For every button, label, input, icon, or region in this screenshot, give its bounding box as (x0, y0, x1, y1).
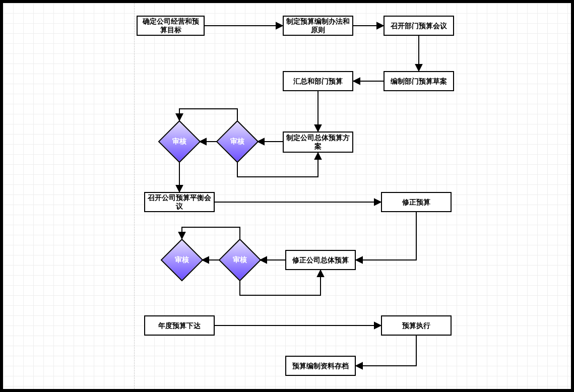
decision-label: 审核 (225, 245, 255, 275)
node-dept-meeting[interactable]: 召开部门预算会议 (384, 16, 454, 36)
node-overall-plan[interactable]: 制定公司总体预算方案 (283, 132, 353, 153)
decision-label: 审核 (167, 245, 197, 275)
node-label: 制定公司总体预算方案 (286, 134, 350, 151)
decision-review-3[interactable]: 审核 (225, 245, 255, 275)
node-execute[interactable]: 预算执行 (381, 315, 452, 336)
node-company-goals[interactable]: 确定公司经营和预算目标 (137, 16, 205, 36)
node-label: 召开部门预算会议 (391, 22, 447, 30)
node-label: 召开公司预算平衡会议 (147, 193, 212, 211)
node-revise-budget[interactable]: 修正预算 (381, 192, 452, 212)
connectors (3, 3, 571, 389)
node-label: 预算编制资料存档 (292, 362, 349, 370)
decision-label: 审核 (222, 126, 252, 157)
decision-label: 审核 (164, 126, 195, 157)
node-revise-overall[interactable]: 修正公司总体预算 (285, 250, 356, 270)
node-summarize-dept[interactable]: 汇总和部门预算 (283, 71, 353, 91)
node-label: 预算执行 (402, 321, 430, 330)
decision-review-4[interactable]: 审核 (167, 245, 197, 275)
node-annual-issue[interactable]: 年度预算下达 (144, 315, 215, 336)
node-budget-rules[interactable]: 制定预算编制办法和原则 (283, 16, 353, 36)
node-label: 制定预算编制办法和原则 (286, 17, 350, 34)
decision-review-1[interactable]: 审核 (222, 126, 252, 157)
diagram-frame: 确定公司经营和预算目标 制定预算编制办法和原则 召开部门预算会议 编制部门预算草… (0, 0, 574, 392)
node-balance-meeting[interactable]: 召开公司预算平衡会议 (144, 192, 215, 212)
node-label: 汇总和部门预算 (293, 77, 343, 86)
node-archive[interactable]: 预算编制资料存档 (285, 356, 356, 376)
node-dept-draft[interactable]: 编制部门预算草案 (384, 71, 454, 91)
decision-review-2[interactable]: 审核 (164, 126, 195, 157)
node-label: 修正预算 (402, 198, 430, 207)
node-label: 确定公司经营和预算目标 (140, 17, 202, 34)
node-label: 编制部门预算草案 (391, 77, 447, 86)
node-label: 修正公司总体预算 (292, 256, 349, 265)
node-label: 年度预算下达 (158, 321, 201, 330)
